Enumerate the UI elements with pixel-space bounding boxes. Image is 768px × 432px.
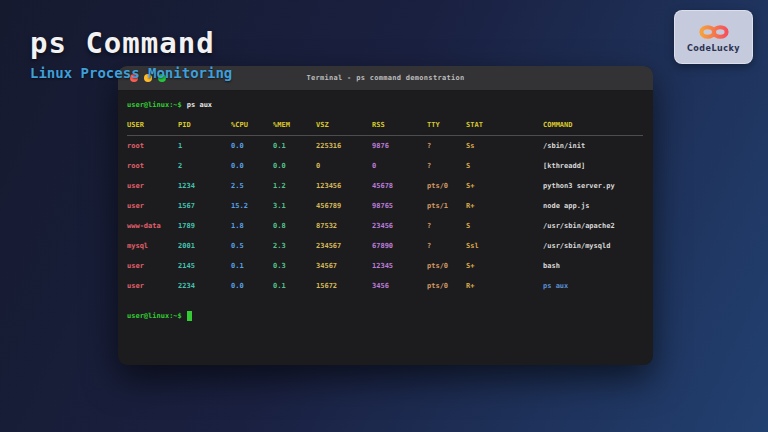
col-header-pid: PID [178, 121, 231, 129]
process-cell-rss: 0 [372, 162, 427, 170]
process-row: root20.00.000?S[kthreadd] [127, 156, 643, 176]
process-row: mysql20010.52.323456767890?Ssl/usr/sbin/… [127, 236, 643, 256]
infinity-icon [696, 22, 732, 42]
process-cell-vsz: 0 [316, 162, 372, 170]
process-cell-user: root [127, 162, 178, 170]
process-cell-vsz: 225316 [316, 142, 372, 150]
process-cell-pid: 2001 [178, 242, 231, 250]
process-cell-command: /usr/sbin/apache2 [543, 222, 643, 230]
col-header-tty: TTY [427, 121, 466, 129]
process-cell-cpu: 2.5 [231, 182, 273, 190]
process-cell-vsz: 15672 [316, 282, 372, 290]
process-cell-user: mysql [127, 242, 178, 250]
process-cell-mem: 2.3 [273, 242, 316, 250]
process-cell-cpu: 0.0 [231, 142, 273, 150]
process-cell-user: root [127, 142, 178, 150]
terminal-window: Terminal - ps command demonstration user… [118, 66, 653, 365]
process-cell-pid: 1 [178, 142, 231, 150]
process-cell-tty: ? [427, 242, 466, 250]
page: ps Command Linux Process Monitoring Code… [0, 0, 768, 432]
process-cell-tty: ? [427, 162, 466, 170]
process-cell-user: user [127, 262, 178, 270]
process-cell-pid: 2234 [178, 282, 231, 290]
process-cell-mem: 1.2 [273, 182, 316, 190]
process-row: user21450.10.33456712345pts/0S+bash [127, 256, 643, 276]
process-cell-cpu: 0.5 [231, 242, 273, 250]
process-cell-cpu: 0.0 [231, 162, 273, 170]
process-cell-cpu: 15.2 [231, 202, 273, 210]
col-header-stat: STAT [466, 121, 543, 129]
process-cell-user: user [127, 202, 178, 210]
process-cell-rss: 67890 [372, 242, 427, 250]
process-cell-command: python3 server.py [543, 182, 643, 190]
process-cell-tty: pts/1 [427, 202, 466, 210]
process-cell-user: www-data [127, 222, 178, 230]
terminal-body[interactable]: user@linux:~$ ps aux USER PID %CPU %MEM … [118, 91, 653, 326]
process-cell-tty: pts/0 [427, 262, 466, 270]
col-header-mem: %MEM [273, 121, 316, 129]
process-cell-tty: ? [427, 142, 466, 150]
shell-prompt: user@linux:~$ [127, 101, 182, 109]
process-row: user22340.00.1156723456pts/0R+ps aux [127, 276, 643, 296]
process-cell-pid: 1234 [178, 182, 231, 190]
process-cell-stat: S [466, 222, 543, 230]
process-cell-cpu: 0.1 [231, 262, 273, 270]
page-title: ps Command [30, 26, 215, 60]
process-cell-rss: 3456 [372, 282, 427, 290]
process-cell-pid: 2 [178, 162, 231, 170]
codelucky-logo: CodeLucky [674, 10, 753, 64]
col-header-user: USER [127, 121, 178, 129]
process-cell-rss: 23456 [372, 222, 427, 230]
process-cell-command: bash [543, 262, 643, 270]
process-cell-vsz: 34567 [316, 262, 372, 270]
logo-label: CodeLucky [687, 44, 740, 53]
process-cell-mem: 0.0 [273, 162, 316, 170]
process-cell-vsz: 234567 [316, 242, 372, 250]
process-cell-stat: S [466, 162, 543, 170]
process-cell-stat: S+ [466, 182, 543, 190]
process-row: user156715.23.145678998765pts/1R+node ap… [127, 196, 643, 216]
process-cell-stat: Ss [466, 142, 543, 150]
process-cell-vsz: 87532 [316, 222, 372, 230]
process-row: root10.00.12253169876?Ss/sbin/init [127, 136, 643, 156]
process-cell-vsz: 456789 [316, 202, 372, 210]
process-cell-stat: R+ [466, 282, 543, 290]
command-line: user@linux:~$ ps aux [127, 95, 643, 115]
col-header-vsz: VSZ [316, 121, 372, 129]
shell-prompt: user@linux:~$ [127, 312, 182, 320]
process-cell-pid: 1567 [178, 202, 231, 210]
process-cell-command: ps aux [543, 282, 643, 290]
process-cell-tty: pts/0 [427, 182, 466, 190]
process-cell-cpu: 0.0 [231, 282, 273, 290]
process-cell-stat: Ssl [466, 242, 543, 250]
process-cell-user: user [127, 182, 178, 190]
process-cell-tty: ? [427, 222, 466, 230]
col-header-rss: RSS [372, 121, 427, 129]
process-cell-pid: 1789 [178, 222, 231, 230]
terminal-cursor [187, 311, 192, 321]
process-cell-tty: pts/0 [427, 282, 466, 290]
process-table-header: USER PID %CPU %MEM VSZ RSS TTY STAT COMM… [127, 115, 643, 136]
process-cell-stat: R+ [466, 202, 543, 210]
process-cell-command: /usr/sbin/mysqld [543, 242, 643, 250]
process-cell-user: user [127, 282, 178, 290]
page-subtitle: Linux Process Monitoring [30, 65, 232, 81]
process-cell-mem: 3.1 [273, 202, 316, 210]
process-cell-cpu: 1.8 [231, 222, 273, 230]
process-cell-vsz: 123456 [316, 182, 372, 190]
col-header-cpu: %CPU [231, 121, 273, 129]
process-cell-rss: 12345 [372, 262, 427, 270]
process-table-body: root10.00.12253169876?Ss/sbin/initroot20… [127, 136, 643, 296]
col-header-command: COMMAND [543, 121, 643, 129]
final-prompt-line[interactable]: user@linux:~$ [127, 306, 643, 326]
process-cell-mem: 0.8 [273, 222, 316, 230]
process-cell-mem: 0.1 [273, 142, 316, 150]
process-cell-mem: 0.1 [273, 282, 316, 290]
process-cell-stat: S+ [466, 262, 543, 270]
process-cell-rss: 98765 [372, 202, 427, 210]
process-cell-rss: 9876 [372, 142, 427, 150]
process-cell-command: /sbin/init [543, 142, 643, 150]
process-cell-command: node app.js [543, 202, 643, 210]
shell-command: ps aux [187, 101, 212, 109]
process-cell-pid: 2145 [178, 262, 231, 270]
